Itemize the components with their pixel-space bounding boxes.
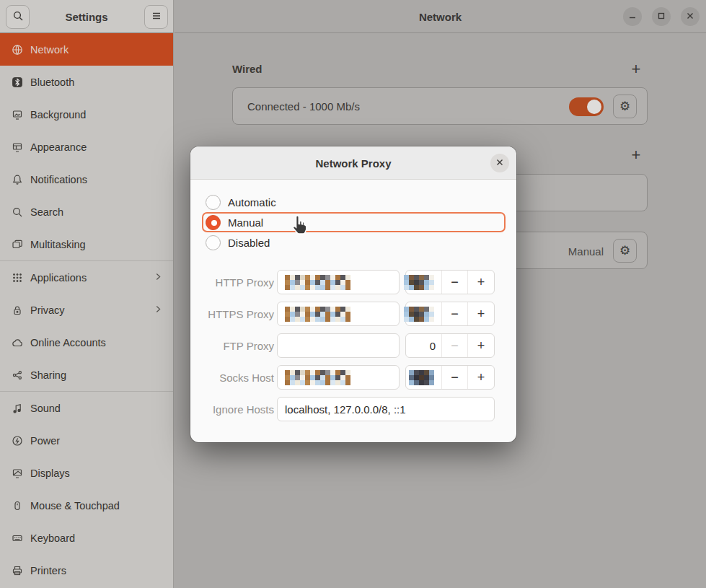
close-icon (686, 10, 694, 23)
socks-host-input[interactable] (277, 365, 400, 390)
sidebar-item-sound[interactable]: Sound (0, 392, 173, 424)
ftp-proxy-port-spinner: 0 − + (405, 333, 495, 358)
sidebar-list: Network Bluetooth Background Appearance (0, 33, 173, 587)
sound-icon (12, 403, 23, 414)
increment-button[interactable]: + (468, 302, 494, 325)
ignore-hosts-input[interactable]: localhost, 127.0.0.0/8, ::1 (277, 397, 495, 421)
increment-button[interactable]: + (468, 334, 494, 357)
proxy-settings-button[interactable]: ⚙ (613, 239, 637, 263)
search-icon (12, 206, 23, 218)
sidebar-item-printers[interactable]: Printers (0, 554, 173, 587)
radio-checked-icon[interactable] (206, 215, 221, 230)
increment-button[interactable]: + (468, 271, 494, 294)
online-accounts-icon (12, 337, 23, 348)
ftp-proxy-label: FTP Proxy (190, 333, 274, 358)
socks-host-row: Socks Host − + (190, 365, 516, 390)
decrement-button[interactable]: − (442, 366, 468, 389)
wired-toggle[interactable] (569, 97, 604, 116)
sidebar-item-label: Appearance (30, 141, 87, 153)
proxy-option-disabled[interactable]: Disabled (202, 232, 506, 253)
increment-button[interactable]: + (468, 366, 494, 389)
redacted-host-value (285, 275, 350, 290)
sidebar-item-label: Online Accounts (30, 337, 106, 348)
network-icon (12, 44, 23, 56)
wired-settings-button[interactable]: ⚙ (613, 95, 637, 118)
http-proxy-input[interactable] (277, 270, 400, 294)
radio-unchecked-icon[interactable] (206, 235, 221, 250)
ftp-proxy-port-value[interactable]: 0 (406, 334, 442, 357)
sidebar-item-label: Sharing (30, 369, 66, 381)
hamburger-menu-icon (151, 10, 162, 25)
http-proxy-label: HTTP Proxy (190, 270, 274, 294)
proxy-option-manual[interactable]: Manual (202, 212, 506, 232)
socks-port-spinner: − + (405, 365, 495, 390)
socks-port-value[interactable] (406, 366, 442, 389)
dialog-headerbar: Network Proxy (190, 146, 516, 180)
add-wired-connection-button[interactable]: + (625, 58, 647, 80)
sidebar-item-background[interactable]: Background (0, 98, 173, 131)
sidebar-item-privacy[interactable]: Privacy (0, 294, 173, 326)
sidebar-item-appearance[interactable]: Appearance (0, 131, 173, 163)
network-proxy-dialog: Network Proxy Automatic Manual Disabled … (190, 146, 516, 442)
sidebar-item-mouse[interactable]: Mouse & Touchpad (0, 489, 173, 522)
sidebar-item-label: Printers (30, 565, 66, 576)
https-proxy-input[interactable] (277, 302, 400, 326)
radio-unchecked-icon[interactable] (206, 195, 221, 210)
sidebar-item-network[interactable]: Network (0, 33, 173, 66)
redacted-port-value (409, 370, 434, 385)
sidebar-item-power[interactable]: Power (0, 424, 173, 457)
sidebar-item-multitasking[interactable]: Multitasking (0, 228, 173, 260)
ftp-proxy-input[interactable] (277, 333, 400, 358)
sidebar-item-online-accounts[interactable]: Online Accounts (0, 326, 173, 359)
wired-status-label: Connected - 1000 Mb/s (247, 100, 360, 113)
decrement-button[interactable]: − (442, 271, 468, 294)
proxy-option-automatic[interactable]: Automatic (202, 192, 506, 212)
add-vpn-button[interactable]: + (625, 144, 647, 166)
https-proxy-port-value[interactable] (406, 302, 442, 325)
minimize-button[interactable] (623, 7, 642, 26)
ignore-hosts-label: Ignore Hosts (190, 397, 274, 421)
wired-section-title: Wired (232, 63, 262, 75)
sidebar-item-label: Search (30, 206, 63, 218)
dialog-close-button[interactable] (490, 154, 509, 172)
sidebar-item-keyboard[interactable]: Keyboard (0, 522, 173, 554)
close-icon (495, 158, 504, 169)
https-proxy-label: HTTPS Proxy (190, 302, 274, 326)
sidebar-item-label: Notifications (30, 174, 87, 185)
proxy-mode-value: Manual (568, 232, 604, 270)
sidebar-item-label: Applications (30, 272, 87, 284)
https-proxy-port-spinner: − + (405, 302, 495, 326)
ignore-hosts-value: localhost, 127.0.0.0/8, ::1 (285, 403, 406, 416)
http-proxy-port-value[interactable] (406, 271, 442, 294)
applications-icon (12, 272, 23, 284)
sidebar-item-label: Network (30, 44, 69, 56)
redacted-host-value (285, 370, 350, 385)
close-window-button[interactable] (681, 7, 700, 26)
decrement-button[interactable]: − (442, 302, 468, 325)
https-proxy-row: HTTPS Proxy − + (190, 302, 516, 326)
proxy-form: HTTP Proxy − + HTTPS Proxy − (190, 270, 516, 429)
maximize-icon (657, 10, 666, 23)
http-proxy-row: HTTP Proxy − + (190, 270, 516, 294)
sidebar-item-applications[interactable]: Applications (0, 261, 173, 294)
sidebar-item-notifications[interactable]: Notifications (0, 163, 173, 196)
main-headerbar: Network (175, 0, 706, 33)
sidebar-item-label: Background (30, 109, 86, 120)
minimize-icon (628, 10, 637, 23)
redacted-port-value (404, 307, 434, 322)
maximize-button[interactable] (652, 7, 671, 26)
displays-icon (12, 468, 23, 479)
gear-icon: ⚙ (619, 100, 630, 113)
wired-connection-row[interactable]: Connected - 1000 Mb/s ⚙ (232, 87, 648, 125)
sidebar-item-bluetooth[interactable]: Bluetooth (0, 66, 173, 98)
sidebar-item-label: Privacy (30, 304, 65, 316)
sidebar-item-label: Multitasking (30, 239, 86, 250)
multitasking-icon (12, 239, 23, 250)
sidebar-item-sharing[interactable]: Sharing (0, 359, 173, 391)
power-icon (12, 435, 23, 447)
sidebar-item-search[interactable]: Search (0, 196, 173, 228)
sidebar-item-label: Displays (30, 468, 70, 479)
sidebar-item-label: Bluetooth (30, 76, 74, 88)
sidebar-item-displays[interactable]: Displays (0, 457, 173, 489)
primary-menu-button[interactable] (144, 5, 168, 29)
